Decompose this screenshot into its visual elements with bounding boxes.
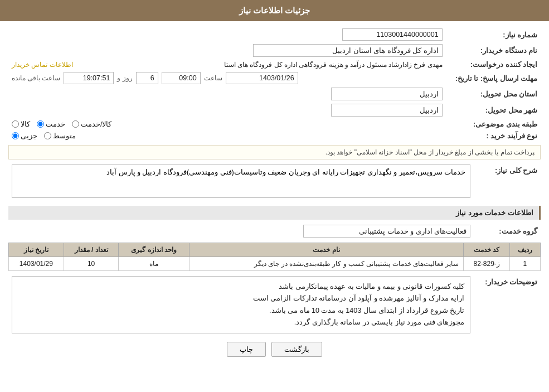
buyer-desc-table: توضیحات خریدار: کلیه کسورات قانونی و بیم…: [8, 274, 541, 335]
requester-text: مهدی فرخ زادارشاد مسئول درآمد و هزینه فر…: [224, 61, 443, 69]
purchase-type-label: نوع فرآیند خرید :: [446, 130, 541, 142]
cell-service-name: سایر فعالیت‌های خدمات پشتیبانی کسب و کار…: [189, 257, 464, 271]
table-header-row: ردیف کد خدمت نام خدمت واحد اندازه گیری ت…: [9, 243, 541, 257]
response-remaining-box: 19:07:51: [64, 72, 114, 84]
response-deadline-label: مهلت ارسال پاسخ: تا تاریخ:: [446, 70, 541, 86]
purchase-type-value: متوسط جزیی: [8, 130, 446, 142]
need-number-value: 1103001440000001: [301, 27, 445, 42]
purchase-type-jozi[interactable]: جزیی: [12, 132, 37, 140]
service-group-input: فعالیت‌های اداری و خدمات پشتیبانی: [303, 225, 470, 238]
delivery-province-value: اردبیل: [8, 86, 446, 102]
cell-date: 1403/01/29: [9, 257, 64, 271]
cell-radif: 1: [509, 257, 540, 271]
buyer-org-label: نام دستگاه خریدار:: [446, 42, 541, 59]
purchase-notice-text: پرداخت تمام یا بخشی از مبلغ خریدار از مح…: [325, 148, 535, 156]
response-deadline-row: مهلت ارسال پاسخ: تا تاریخ: 1403/01/26 سا…: [8, 70, 541, 86]
purchase-type-jozi-radio[interactable]: [12, 132, 19, 139]
buyer-org-row: نام دستگاه خریدار: اداره کل فرودگاه های …: [8, 42, 541, 59]
service-group-row: گروه خدمت: فعالیت‌های اداری و خدمات پشتی…: [8, 223, 541, 239]
table-row: 1 ز-829-82 سایر فعالیت‌های خدمات پشتیبان…: [9, 257, 541, 271]
page-wrapper: جزئیات اطلاعات نیاز شماره نیاز: 11030014…: [0, 0, 549, 392]
need-desc-textarea[interactable]: [12, 164, 470, 198]
need-desc-value: [8, 163, 474, 201]
buyer-org-value: اداره کل فرودگاه های استان اردبیل: [8, 42, 446, 59]
services-data-table: ردیف کد خدمت نام خدمت واحد اندازه گیری ت…: [8, 243, 541, 271]
need-desc-label: شرح کلی نیاز:: [474, 163, 541, 201]
buyer-org-input: اداره کل فرودگاه های استان اردبیل: [253, 44, 443, 57]
need-desc-table: شرح کلی نیاز:: [8, 163, 541, 201]
col-service-name: نام خدمت: [189, 243, 464, 257]
category-kala[interactable]: کالا: [12, 120, 30, 128]
category-kala-label: کالا: [21, 120, 30, 128]
requester-contact-cell: اطلاعات تماس خریدار: [8, 59, 88, 70]
response-time-box: 09:00: [162, 72, 201, 84]
content-area: شماره نیاز: 1103001440000001 نام دستگاه …: [0, 21, 549, 366]
service-group-value: فعالیت‌های اداری و خدمات پشتیبانی: [8, 223, 474, 239]
purchase-type-motavassit[interactable]: متوسط: [44, 132, 76, 140]
category-label: طبقه بندی موضوعی:: [446, 118, 541, 130]
purchase-type-jozi-label: جزیی: [21, 132, 37, 140]
response-day-box: 6: [136, 72, 158, 84]
table-body: 1 ز-829-82 سایر فعالیت‌های خدمات پشتیبان…: [9, 257, 541, 271]
category-khadamat[interactable]: خدمت: [37, 120, 65, 128]
buyer-desc-row: توضیحات خریدار: کلیه کسورات قانونی و بیم…: [8, 274, 541, 335]
col-radif: ردیف: [509, 243, 540, 257]
need-number-input: 1103001440000001: [342, 28, 443, 41]
need-desc-row: شرح کلی نیاز:: [8, 163, 541, 201]
requester-label: ایجاد کننده درخواست:: [446, 59, 541, 70]
purchase-notice: پرداخت تمام یا بخشی از مبلغ خریدار از مح…: [8, 145, 541, 159]
category-kala-khadamat-radio[interactable]: [72, 120, 79, 128]
response-deadline-value: 1403/01/26 ساعت 09:00 6 روز و 19:07:51 س…: [8, 70, 446, 86]
purchase-type-motavassit-radio[interactable]: [44, 132, 51, 139]
response-date-box: 1403/01/26: [226, 72, 298, 84]
category-khadamat-label: خدمت: [46, 120, 65, 128]
button-row: بازگشت چاپ: [8, 342, 541, 357]
category-khadamat-radio[interactable]: [37, 120, 44, 128]
buyer-desc-box: کلیه کسورات قانونی و بیمه و مالیات به عه…: [12, 276, 470, 333]
buyer-desc-value: کلیه کسورات قانونی و بیمه و مالیات به عه…: [8, 274, 474, 335]
contact-link[interactable]: اطلاعات تماس خریدار: [12, 61, 73, 69]
category-kala-radio[interactable]: [12, 120, 19, 128]
services-info-header: اطلاعات خدمات مورد نیاز: [8, 206, 541, 220]
page-title: جزئیات اطلاعات نیاز: [239, 6, 310, 15]
city-row: شهر محل تحویل: اردبیل: [8, 102, 541, 118]
delivery-province-label: استان محل تحویل:: [446, 86, 541, 102]
need-number-label: شماره نیاز:: [446, 27, 541, 42]
col-unit: واحد اندازه گیری: [119, 243, 189, 257]
page-header: جزئیات اطلاعات نیاز: [0, 0, 549, 21]
services-info-label: اطلاعات خدمات مورد نیاز: [456, 209, 533, 217]
requester-row: ایجاد کننده درخواست: مهدی فرخ زادارشاد م…: [8, 59, 541, 70]
requester-value: مهدی فرخ زادارشاد مسئول درآمد و هزینه فر…: [88, 59, 445, 70]
delivery-city-input: اردبیل: [331, 104, 443, 117]
category-value: کالا/خدمت خدمت کالا: [8, 118, 446, 130]
category-kala-khadamat[interactable]: کالا/خدمت: [72, 120, 111, 128]
cell-unit: ماه: [119, 257, 189, 271]
category-row: طبقه بندی موضوعی: کالا/خدمت خدمت کالا: [8, 118, 541, 130]
province-row: استان محل تحویل: اردبیل: [8, 86, 541, 102]
main-info-table: شماره نیاز: 1103001440000001 نام دستگاه …: [8, 27, 541, 142]
print-button[interactable]: چاپ: [227, 342, 266, 357]
table-head: ردیف کد خدمت نام خدمت واحد اندازه گیری ت…: [9, 243, 541, 257]
cell-quantity: 10: [64, 257, 119, 271]
saaat-label: ساعت: [204, 74, 222, 82]
col-service-code: کد خدمت: [464, 243, 510, 257]
purchase-type-row: نوع فرآیند خرید : متوسط جزیی: [8, 130, 541, 142]
col-date: تاریخ نیاز: [9, 243, 64, 257]
col-quantity: تعداد / مقدار: [64, 243, 119, 257]
back-button[interactable]: بازگشت: [271, 342, 322, 357]
delivery-city-value: اردبیل: [8, 102, 446, 118]
cell-service-code: ز-829-82: [464, 257, 510, 271]
buyer-desc-label: توضیحات خریدار:: [474, 274, 541, 335]
remaining-label: ساعت باقی مانده: [12, 74, 60, 82]
purchase-type-motavassit-label: متوسط: [53, 132, 76, 140]
service-group-table: گروه خدمت: فعالیت‌های اداری و خدمات پشتی…: [8, 223, 541, 239]
service-group-label: گروه خدمت:: [474, 223, 541, 239]
delivery-province-input: اردبیل: [331, 88, 443, 100]
need-number-row: شماره نیاز: 1103001440000001: [8, 27, 541, 42]
delivery-city-label: شهر محل تحویل:: [446, 102, 541, 118]
roz-label: روز و: [117, 74, 132, 82]
category-kala-khadamat-label: کالا/خدمت: [81, 120, 111, 128]
